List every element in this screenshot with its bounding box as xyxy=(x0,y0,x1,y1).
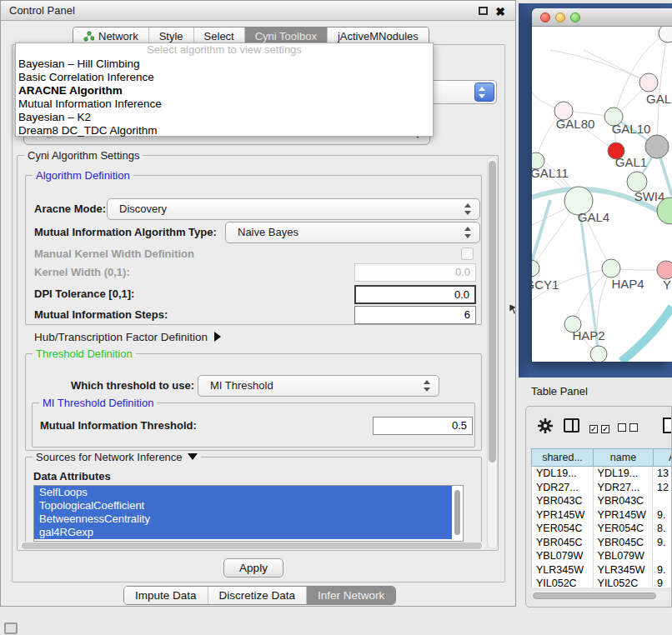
table-cell[interactable]: YBL079W xyxy=(532,549,594,563)
network-node[interactable] xyxy=(639,73,658,92)
table-row[interactable]: YPR145WYPR145W9. xyxy=(532,508,672,522)
kernel-width-field[interactable]: 0.0 xyxy=(354,263,476,282)
apply-button[interactable]: Apply xyxy=(223,558,283,578)
control-panel-titlebar[interactable]: Control Panel ✖ xyxy=(1,1,515,21)
table-cell[interactable]: YER054C xyxy=(532,522,594,536)
table-cell[interactable]: YER054C xyxy=(594,522,654,536)
column-header-shared-name[interactable]: shared... xyxy=(531,448,593,467)
mi-type-value: Naive Bayes xyxy=(238,226,298,238)
zoom-traffic-light-icon[interactable] xyxy=(570,12,580,22)
table-cell[interactable]: YDR27... xyxy=(594,481,654,495)
table-cell[interactable]: YBR043C xyxy=(532,494,594,508)
attribute-item[interactable]: BetweennessCentrality xyxy=(34,512,452,526)
new-table-icon[interactable] xyxy=(663,418,672,433)
tab-infer-network[interactable]: Infer Network xyxy=(307,587,395,604)
table-row[interactable]: YER054CYER054C8. xyxy=(532,522,672,536)
table-cell[interactable]: 9 xyxy=(653,577,672,588)
scrollbar-thumb[interactable] xyxy=(22,542,482,549)
algorithm-option[interactable]: Bayesian – Hill Climbing xyxy=(16,58,433,71)
network-node[interactable] xyxy=(590,346,607,362)
network-edge[interactable] xyxy=(657,33,668,147)
scrollbar-thumb[interactable] xyxy=(533,592,656,599)
network-edge[interactable] xyxy=(550,50,649,82)
tab-impute-data[interactable]: Impute Data xyxy=(124,587,208,604)
table-row[interactable]: YLR345WYLR345W9. xyxy=(532,563,672,578)
settings-horizontal-scrollbar[interactable] xyxy=(20,542,485,550)
network-edge[interactable] xyxy=(584,50,649,82)
network-edge[interactable] xyxy=(621,307,672,362)
table-cell[interactable]: YPR145W xyxy=(594,508,654,522)
table-row[interactable]: YBR045CYBR045C9. xyxy=(532,536,672,550)
scrollbar-thumb[interactable] xyxy=(489,161,496,462)
table-cell[interactable]: YDL19... xyxy=(594,467,654,481)
dpi-tolerance-field[interactable]: 0.0 xyxy=(354,285,476,304)
collapsed-panel-icon[interactable] xyxy=(4,622,18,634)
mi-threshold-field[interactable]: 0.5 xyxy=(373,417,473,435)
table-cell[interactable]: YBL079W xyxy=(594,549,654,563)
network-node[interactable] xyxy=(645,135,669,158)
algorithm-option[interactable]: Bayesian – K2 xyxy=(16,111,433,124)
table-row[interactable]: YBL079WYBL079W xyxy=(532,549,672,563)
minimize-traffic-light-icon[interactable] xyxy=(555,12,565,22)
control-panel-title: Control Panel xyxy=(9,1,75,21)
table-row[interactable]: YDL19...YDL19...13 xyxy=(532,467,672,481)
network-window-titlebar[interactable] xyxy=(532,8,672,27)
mi-threshold-label: Mutual Information Threshold: xyxy=(40,417,197,435)
table-cell[interactable]: YIL052C xyxy=(594,577,654,588)
mi-steps-field[interactable]: 6 xyxy=(354,306,476,324)
network-node[interactable] xyxy=(657,261,672,279)
attribute-item[interactable]: TopologicalCoefficient xyxy=(34,499,452,512)
table-cell[interactable]: YLR345W xyxy=(594,563,654,578)
columns-icon[interactable] xyxy=(564,418,579,432)
deselect-all-icon[interactable] xyxy=(618,420,641,435)
list-scrollbar-thumb[interactable] xyxy=(454,490,460,535)
float-window-icon[interactable] xyxy=(479,7,488,15)
aracne-mode-combobox[interactable]: Discovery xyxy=(107,198,480,220)
table-horizontal-scrollbar[interactable] xyxy=(531,591,672,600)
attribute-item[interactable]: gal4RGexp xyxy=(34,526,452,539)
table-cell[interactable]: 9. xyxy=(653,508,672,522)
attribute-item[interactable]: SelfLoops xyxy=(34,486,452,499)
network-node[interactable] xyxy=(602,259,620,278)
hub-definition-toggle[interactable]: Hub/Transcription Factor Definition xyxy=(34,331,221,343)
table-cell[interactable]: YBR045C xyxy=(594,536,654,550)
table-cell[interactable]: 9. xyxy=(653,563,672,578)
table-cell[interactable] xyxy=(653,494,672,508)
tab-discretize-data[interactable]: Discretize Data xyxy=(208,587,308,604)
table-cell[interactable]: YIL052C xyxy=(532,577,594,588)
table-row[interactable]: YDR27...YDR27...12 xyxy=(532,481,672,495)
algorithm-option[interactable]: Dream8 DC_TDC Algorithm xyxy=(16,124,433,138)
table-cell[interactable]: YDR27... xyxy=(532,481,594,495)
data-attributes-list[interactable]: SelfLoopsTopologicalCoefficientBetweenne… xyxy=(33,485,464,542)
table-cell[interactable]: YBR045C xyxy=(532,536,594,550)
combo-stepper-button[interactable] xyxy=(474,82,494,102)
table-cell[interactable]: 9. xyxy=(653,536,672,550)
sources-title[interactable]: Sources for Network Inference xyxy=(33,451,201,463)
table-cell[interactable] xyxy=(653,549,672,563)
network-node[interactable] xyxy=(659,27,672,42)
table-cell[interactable]: YLR345W xyxy=(532,563,594,578)
table-row[interactable]: YIL052CYIL052C9 xyxy=(532,577,672,588)
gear-icon[interactable] xyxy=(537,418,554,434)
select-all-icon[interactable]: ✓✓ xyxy=(589,420,613,435)
network-canvas-svg[interactable]: GALGAL80GAL10GAL1GAL11SWI4GAL4GCY1HAP4YH… xyxy=(532,27,672,362)
mi-type-combobox[interactable]: Naive Bayes xyxy=(225,222,480,243)
algorithm-option[interactable]: ARACNE Algorithm xyxy=(16,84,433,98)
algorithm-option[interactable]: Mutual Information Inference xyxy=(16,98,433,111)
which-threshold-combobox[interactable]: MI Threshold xyxy=(198,375,439,397)
close-traffic-light-icon[interactable] xyxy=(540,12,550,22)
table-cell[interactable]: 13 xyxy=(653,467,672,481)
table-cell[interactable]: YPR145W xyxy=(532,508,594,522)
settings-vertical-scrollbar[interactable] xyxy=(487,157,498,549)
network-node[interactable] xyxy=(532,260,539,277)
table-cell[interactable]: 8. xyxy=(653,522,672,536)
column-header-name[interactable]: name xyxy=(593,448,653,467)
table-cell[interactable]: YDL19... xyxy=(532,467,594,481)
manual-kernel-checkbox[interactable] xyxy=(461,248,474,260)
close-icon[interactable]: ✖ xyxy=(495,2,505,21)
table-cell[interactable]: 12 xyxy=(653,481,672,495)
table-cell[interactable]: YBR043C xyxy=(594,494,654,508)
table-row[interactable]: YBR043CYBR043C xyxy=(532,494,672,508)
column-header-partial[interactable]: A xyxy=(653,448,672,467)
algorithm-option[interactable]: Basic Correlation Inference xyxy=(16,71,433,84)
